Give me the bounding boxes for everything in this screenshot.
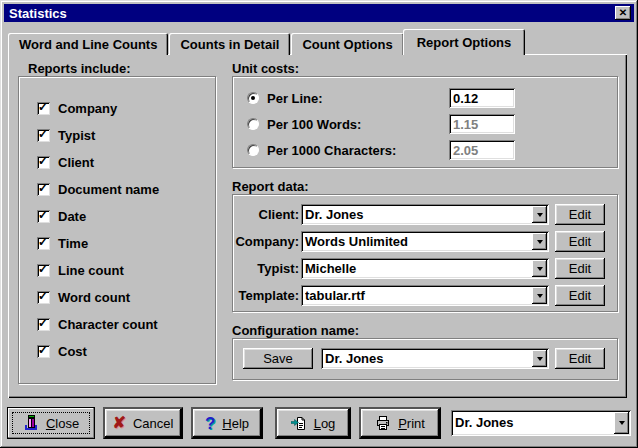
- toolbar-combo-dropdown-button[interactable]: [614, 412, 629, 434]
- checkbox-row-company: ✓ Company: [37, 101, 117, 115]
- title-bar: Statistics ✕: [4, 4, 634, 22]
- checkbox-label: Date: [58, 209, 86, 224]
- close-button[interactable]: Close: [7, 407, 95, 439]
- tab-strip: Word and Line Counts Counts in Detail Co…: [8, 29, 523, 55]
- client-edit-button[interactable]: Edit: [555, 204, 605, 225]
- report-data-label: Report data:: [232, 179, 309, 194]
- line-count-checkbox[interactable]: ✓: [37, 264, 50, 277]
- client-checkbox[interactable]: ✓: [37, 156, 50, 169]
- per-line-radio[interactable]: [247, 92, 259, 104]
- time-checkbox[interactable]: ✓: [37, 237, 50, 250]
- checkbox-row-cost: ✓ Cost: [37, 344, 87, 358]
- tab-word-and-line-counts[interactable]: Word and Line Counts: [8, 33, 168, 55]
- per-1000-characters-radio[interactable]: [247, 144, 259, 156]
- check-icon: ✓: [38, 208, 48, 222]
- typist-checkbox[interactable]: ✓: [37, 129, 50, 142]
- cancel-button[interactable]: ✘ Cancel: [103, 407, 183, 439]
- per-100-words-radio[interactable]: [247, 118, 259, 130]
- template-combo-value: tabular.rtf: [305, 288, 529, 303]
- checkbox-label: Client: [58, 155, 94, 170]
- company-combo[interactable]: Words Unlimited: [301, 231, 549, 252]
- per-1000-characters-input[interactable]: [449, 140, 515, 160]
- checkbox-label: Cost: [58, 344, 87, 359]
- tab-report-options[interactable]: Report Options: [403, 29, 526, 55]
- checkbox-row-line-count: ✓ Line count: [37, 263, 124, 277]
- check-icon: ✓: [38, 154, 48, 168]
- checkbox-row-document-name: ✓ Document name: [37, 182, 159, 196]
- help-button[interactable]: ? Help: [191, 407, 263, 439]
- configuration-combo[interactable]: Dr. Jones: [321, 348, 549, 369]
- close-icon: ✕: [619, 8, 627, 18]
- per-100-words-input[interactable]: [449, 114, 515, 134]
- check-icon: ✓: [38, 316, 48, 330]
- checkbox-label: Word count: [58, 290, 130, 305]
- report-data-group: Client: Dr. Jones Edit Company: Words Un…: [232, 194, 618, 312]
- checkbox-label: Line count: [58, 263, 124, 278]
- typist-combo-dropdown-button[interactable]: [532, 260, 547, 277]
- checkbox-label: Document name: [58, 182, 159, 197]
- client-combo[interactable]: Dr. Jones: [301, 204, 549, 225]
- exit-door-icon: [23, 415, 39, 431]
- toolbar-combo-value: Dr. Jones: [455, 415, 611, 430]
- tab-count-options[interactable]: Count Options: [291, 33, 403, 55]
- log-document-icon: [291, 415, 307, 431]
- check-icon: ✓: [38, 235, 48, 249]
- log-button[interactable]: Log: [275, 407, 351, 439]
- date-checkbox[interactable]: ✓: [37, 210, 50, 223]
- bottom-toolbar: Close ✘ Cancel ? Help Log: [7, 407, 631, 440]
- typist-edit-button[interactable]: Edit: [555, 258, 605, 279]
- typist-combo-value: Michelle: [305, 261, 529, 276]
- client-combo-dropdown-button[interactable]: [532, 206, 547, 223]
- checkbox-row-client: ✓ Client: [37, 155, 94, 169]
- client-combo-value: Dr. Jones: [305, 207, 529, 222]
- print-button[interactable]: Print: [359, 407, 441, 439]
- configuration-combo-dropdown-button[interactable]: [532, 350, 547, 367]
- unit-costs-label: Unit costs:: [232, 61, 299, 76]
- check-icon: ✓: [38, 289, 48, 303]
- chevron-down-icon: [619, 421, 625, 425]
- chevron-down-icon: [537, 213, 543, 217]
- company-edit-button[interactable]: Edit: [555, 231, 605, 252]
- word-count-checkbox[interactable]: ✓: [37, 291, 50, 304]
- radio-dot: [251, 96, 255, 100]
- cancel-button-label: Cancel: [133, 416, 173, 431]
- tab-counts-in-detail[interactable]: Counts in Detail: [169, 33, 290, 55]
- check-icon: ✓: [38, 181, 48, 195]
- configuration-edit-button[interactable]: Edit: [555, 348, 605, 369]
- template-combo-dropdown-button[interactable]: [532, 287, 547, 304]
- chevron-down-icon: [537, 357, 543, 361]
- check-icon: ✓: [38, 127, 48, 141]
- checkbox-label: Typist: [58, 128, 95, 143]
- close-window-button[interactable]: ✕: [615, 6, 631, 20]
- check-icon: ✓: [38, 262, 48, 276]
- configuration-combo-value: Dr. Jones: [325, 351, 529, 366]
- cost-checkbox[interactable]: ✓: [37, 345, 50, 358]
- template-edit-button[interactable]: Edit: [555, 285, 605, 306]
- typist-row-label: Typist:: [235, 261, 299, 276]
- character-count-checkbox[interactable]: ✓: [37, 318, 50, 331]
- chevron-down-icon: [537, 267, 543, 271]
- company-combo-dropdown-button[interactable]: [532, 233, 547, 250]
- cancel-x-icon: ✘: [113, 415, 126, 431]
- unit-costs-group: Per Line: Per 100 Words: Per 1000 Charac…: [232, 76, 618, 168]
- template-row-label: Template:: [235, 288, 299, 303]
- configuration-name-label: Configuration name:: [232, 323, 359, 338]
- checkbox-row-word-count: ✓ Word count: [37, 290, 130, 304]
- typist-combo[interactable]: Michelle: [301, 258, 549, 279]
- company-checkbox[interactable]: ✓: [37, 102, 50, 115]
- company-combo-value: Words Unlimited: [305, 234, 529, 249]
- check-icon: ✓: [38, 100, 48, 114]
- checkbox-row-typist: ✓ Typist: [37, 128, 95, 142]
- per-100-words-radio-row: Per 100 Words:: [247, 116, 361, 132]
- toolbar-configuration-combo[interactable]: Dr. Jones: [451, 410, 631, 436]
- print-button-label: Print: [398, 416, 425, 431]
- statistics-dialog: Statistics ✕ Word and Line Counts Counts…: [0, 0, 638, 448]
- checkbox-row-character-count: ✓ Character count: [37, 317, 158, 331]
- document-name-checkbox[interactable]: ✓: [37, 183, 50, 196]
- per-line-input[interactable]: [449, 88, 515, 108]
- checkbox-row-time: ✓ Time: [37, 236, 88, 250]
- per-1000-characters-radio-row: Per 1000 Characters:: [247, 142, 396, 158]
- template-combo[interactable]: tabular.rtf: [301, 285, 549, 306]
- checkbox-label: Company: [58, 101, 117, 116]
- save-button[interactable]: Save: [243, 348, 313, 369]
